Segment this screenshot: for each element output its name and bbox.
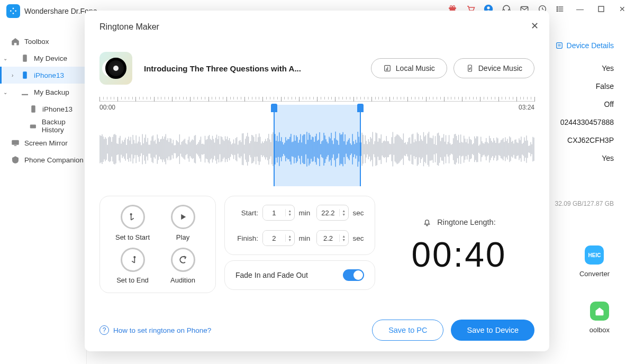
svg-point-8	[487, 6, 489, 9]
step-down[interactable]: ▼	[340, 213, 348, 216]
timeline-ruler	[99, 95, 534, 102]
phone-icon	[20, 70, 30, 80]
svg-point-26	[130, 213, 132, 215]
selection-region[interactable]	[274, 105, 360, 186]
sidebar-item-label: Toolbox	[24, 38, 49, 46]
start-time-row: Start: ▲▼ min ▲▼ sec	[233, 205, 366, 221]
waveform-area[interactable]: 00:00 03:24	[99, 95, 534, 185]
ringtone-length-block: Ringtone Length: 00:40	[384, 196, 534, 293]
fade-row: Fade In and Fade Out	[224, 260, 375, 290]
svg-point-4	[453, 6, 455, 8]
window-maximize[interactable]	[594, 6, 609, 12]
help-link[interactable]: ? How to set ringtone on Phone?	[99, 325, 211, 335]
ringtone-maker-modal: Ringtone Maker ✕ Introducing The Three Q…	[85, 11, 549, 351]
step-down[interactable]: ▼	[286, 213, 294, 216]
monitor-icon	[11, 138, 20, 148]
step-up[interactable]: ▲	[340, 209, 348, 213]
phone-icon	[20, 53, 30, 63]
track-name: Introducing The Three Questions with A..…	[144, 64, 301, 73]
set-to-start-button[interactable]: Set to Start	[108, 205, 157, 241]
local-music-button[interactable]: Local Music	[371, 58, 447, 78]
bell-icon	[422, 217, 432, 227]
svg-rect-19	[31, 105, 35, 113]
tile-label: oolbox	[589, 326, 610, 334]
controls-row: Set to Start Play Set to End Audition St…	[99, 196, 534, 293]
storage-text: 32.09 GB/127.87 GB	[555, 200, 614, 207]
selection-end-line[interactable]	[360, 112, 361, 186]
phone-icon	[29, 104, 38, 114]
tile-toolbox[interactable]: oolbox	[589, 302, 610, 334]
step-up[interactable]: ▲	[286, 234, 294, 238]
set-start-icon	[121, 205, 145, 229]
length-title-row: Ringtone Length:	[422, 217, 495, 227]
svg-point-15	[557, 11, 558, 12]
help-icon: ?	[99, 325, 109, 335]
chevron-down-icon: ⌄	[3, 56, 7, 61]
playback-panel: Set to Start Play Set to End Audition	[99, 196, 216, 293]
save-to-pc-button[interactable]: Save to PC	[372, 320, 443, 341]
sidebar-item-label: Phone Companion	[24, 156, 84, 164]
set-end-icon	[121, 248, 145, 272]
download-icon	[20, 87, 30, 97]
sidebar-item-screen-mirror[interactable]: Screen Mirror	[0, 134, 86, 151]
selection-start-handle[interactable]	[271, 104, 277, 112]
time-end: 03:24	[519, 104, 534, 111]
sidebar-item-toolbox[interactable]: Toolbox	[0, 33, 86, 50]
sidebar-item-backup-history[interactable]: Backup History	[0, 117, 86, 134]
selection-end-handle[interactable]	[357, 104, 364, 112]
svg-rect-22	[14, 145, 17, 147]
sidebar-item-phone-companion[interactable]: Phone Companion	[0, 151, 86, 168]
app-logo	[6, 4, 20, 18]
waveform[interactable]	[99, 112, 534, 186]
sidebar-item-backup-iphone13[interactable]: iPhone13	[0, 101, 86, 117]
svg-point-27	[133, 256, 135, 258]
sidebar-item-iphone13[interactable]: › iPhone13	[0, 67, 86, 84]
finish-min-input[interactable]: ▲▼	[262, 230, 295, 246]
step-down[interactable]: ▼	[286, 238, 294, 242]
tile-label: Converter	[579, 270, 610, 278]
tile-converter[interactable]: HEIC Converter	[579, 245, 610, 278]
device-values: Yes False Off 0244330457888 CXJ62CFH3P Y…	[560, 59, 614, 167]
window-minimize[interactable]: —	[573, 5, 587, 13]
svg-rect-18	[23, 71, 27, 79]
fade-toggle[interactable]	[343, 269, 364, 281]
save-to-device-button[interactable]: Save to Device	[451, 320, 534, 341]
close-icon[interactable]: ✕	[531, 20, 539, 32]
start-sec-input[interactable]: ▲▼	[316, 205, 349, 221]
svg-point-14	[557, 8, 558, 10]
step-down[interactable]: ▼	[340, 238, 348, 242]
time-panel-wrap: Start: ▲▼ min ▲▼ sec Finish: ▲▼ min ▲▼ s…	[224, 196, 375, 293]
svg-rect-17	[23, 54, 27, 62]
audition-button[interactable]: Audition	[159, 248, 207, 284]
window-close[interactable]: ✕	[615, 5, 630, 13]
list-icon[interactable]	[555, 3, 566, 15]
album-art	[99, 52, 132, 85]
ringtone-length-value: 00:40	[411, 234, 506, 275]
svg-rect-23	[556, 43, 562, 49]
sidebar-item-label: My Device	[34, 54, 67, 62]
fade-label: Fade In and Fade Out	[235, 271, 308, 279]
device-music-button[interactable]: Device Music	[453, 58, 534, 78]
chevron-down-icon: ⌄	[3, 89, 7, 95]
time-panel: Start: ▲▼ min ▲▼ sec Finish: ▲▼ min ▲▼ s…	[224, 196, 375, 255]
step-up[interactable]: ▲	[286, 209, 294, 213]
finish-sec-input[interactable]: ▲▼	[316, 230, 349, 246]
device-details-link[interactable]: Device Details	[555, 41, 614, 50]
set-to-end-button[interactable]: Set to End	[108, 248, 157, 284]
sidebar-item-my-device[interactable]: ⌄ My Device	[0, 50, 86, 67]
heic-icon: HEIC	[585, 245, 604, 265]
sidebar-item-label: My Backup	[34, 88, 69, 96]
play-icon	[171, 205, 195, 229]
finish-label: Finish:	[233, 234, 258, 242]
selection-start-line[interactable]	[274, 112, 275, 186]
sidebar-item-label: Screen Mirror	[24, 139, 68, 147]
svg-rect-16	[598, 6, 604, 12]
play-button[interactable]: Play	[159, 205, 207, 241]
home-icon	[590, 302, 609, 321]
step-up[interactable]: ▲	[340, 234, 348, 238]
modal-title: Ringtone Maker	[99, 22, 534, 32]
time-start: 00:00	[99, 104, 115, 111]
start-min-input[interactable]: ▲▼	[262, 205, 295, 221]
modal-footer: ? How to set ringtone on Phone? Save to …	[99, 311, 534, 341]
sidebar-item-my-backup[interactable]: ⌄ My Backup	[0, 84, 86, 101]
